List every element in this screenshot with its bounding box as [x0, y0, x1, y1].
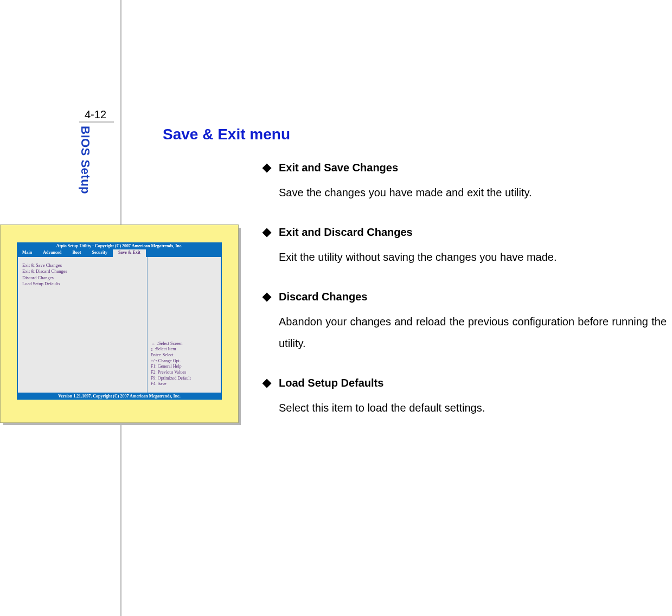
- diamond-bullet-icon: [263, 293, 272, 302]
- list-item: Load Setup Defaults Select this item to …: [264, 377, 667, 419]
- diamond-bullet-icon: [263, 228, 272, 238]
- item-list: Exit and Save Changes Save the changes y…: [264, 162, 667, 419]
- item-description: Exit the utility without saving the chan…: [279, 246, 667, 268]
- bios-hint-label: F1: General Help: [151, 364, 182, 370]
- bios-tab-save-exit[interactable]: Save & Exit: [113, 249, 146, 257]
- bios-hint: +/-: Change Opt.: [151, 358, 217, 364]
- bios-hint-label: :Select Screen: [157, 341, 183, 347]
- bios-hint-label: :Select Item: [155, 347, 176, 352]
- item-description: Abandon your changes and reload the prev…: [279, 311, 667, 354]
- bios-tab-security[interactable]: Security: [86, 249, 112, 257]
- item-heading: Load Setup Defaults: [279, 377, 383, 389]
- page-number: 4-12: [0, 108, 120, 121]
- bios-frame: Atpio Setup Utility - Copyright (C) 2007…: [0, 224, 239, 423]
- bios-menu-item[interactable]: Discard Changes: [22, 275, 143, 281]
- bios-menu-item[interactable]: Exit & Save Changes: [22, 262, 143, 268]
- bios-tab-main[interactable]: Main: [17, 249, 37, 257]
- item-description: Select this item to load the default set…: [279, 397, 667, 419]
- bios-hint: F2: Previous Values: [151, 370, 217, 376]
- bios-hint-panel: ↔:Select Screen ↕:Select Item Enter: Sel…: [148, 257, 221, 393]
- section-side-label: BIOS Setup: [78, 126, 92, 202]
- bios-hint: Enter: Select: [151, 352, 217, 358]
- bios-hint: ↔:Select Screen: [151, 341, 217, 347]
- bios-inner: Atpio Setup Utility - Copyright (C) 2007…: [17, 242, 222, 410]
- page-number-underline: [79, 121, 114, 123]
- bios-hint: F9: Optimized Default: [151, 376, 217, 382]
- item-description: Save the changes you have made and exit …: [279, 182, 667, 203]
- diamond-bullet-icon: [263, 379, 272, 388]
- bios-body: Exit & Save Changes Exit & Discard Chang…: [17, 257, 222, 393]
- bios-tab-advanced[interactable]: Advanced: [37, 249, 67, 257]
- bios-hint-label: Enter: Select: [151, 352, 174, 358]
- bios-title-bar: Atpio Setup Utility - Copyright (C) 2007…: [17, 242, 222, 249]
- bios-hint: F4: Save: [151, 381, 217, 387]
- section-title: Save & Exit menu: [163, 126, 672, 143]
- bios-hint-label: F4: Save: [151, 381, 167, 387]
- item-heading: Exit and Save Changes: [279, 162, 398, 174]
- item-heading: Discard Changes: [279, 291, 367, 303]
- bios-screenshot: Atpio Setup Utility - Copyright (C) 2007…: [0, 224, 239, 423]
- list-item: Exit and Save Changes Save the changes y…: [264, 162, 667, 203]
- bios-tabs: Main Advanced Boot Security Save & Exit: [17, 249, 222, 257]
- bios-footer: Version 1.21.1097. Copyright (C) 2007 Am…: [17, 393, 222, 400]
- bios-hint-label: F2: Previous Values: [151, 370, 186, 376]
- bios-hint-label: +/-: Change Opt.: [151, 358, 181, 364]
- bios-menu-item[interactable]: Load Setup Defaults: [22, 281, 143, 287]
- arrows-vertical-icon: ↕: [151, 347, 153, 352]
- bios-hint: ↕:Select Item: [151, 347, 217, 352]
- diamond-bullet-icon: [263, 164, 272, 173]
- item-heading: Exit and Discard Changes: [279, 226, 413, 239]
- list-item: Exit and Discard Changes Exit the utilit…: [264, 226, 667, 268]
- bios-tab-boot[interactable]: Boot: [67, 249, 86, 257]
- bios-menu-item[interactable]: Exit & Discard Changes: [22, 268, 143, 274]
- arrows-horizontal-icon: ↔: [151, 342, 156, 347]
- bios-menu-panel: Exit & Save Changes Exit & Discard Chang…: [18, 257, 148, 393]
- bios-hint-label: F9: Optimized Default: [151, 376, 191, 382]
- bios-hint: F1: General Help: [151, 364, 217, 370]
- list-item: Discard Changes Abandon your changes and…: [264, 291, 667, 354]
- document-page: 4-12 BIOS Setup Save & Exit menu Exit an…: [0, 0, 672, 616]
